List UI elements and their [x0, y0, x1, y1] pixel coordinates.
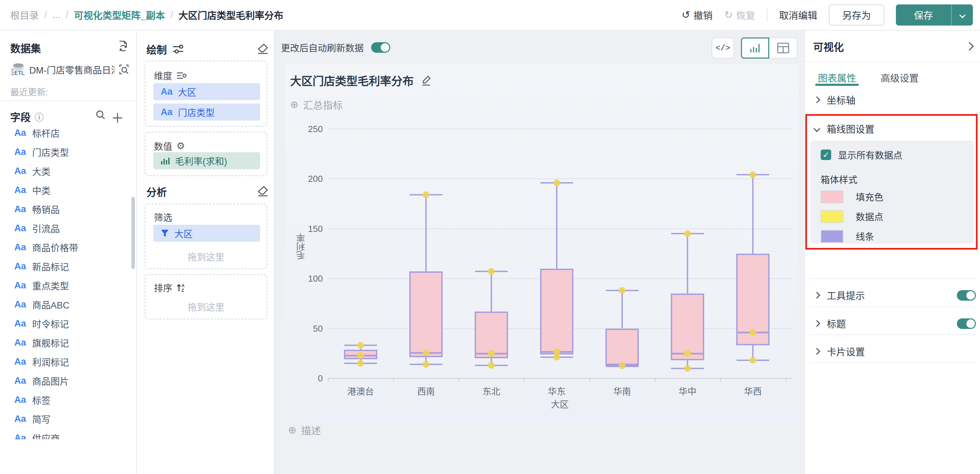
field-item[interactable]: Aa商品价格带 [14, 240, 78, 254]
clear-draw-eraser-icon[interactable] [257, 43, 269, 54]
scrollbar-thumb[interactable] [131, 197, 135, 269]
data-point [684, 230, 691, 237]
chart-view-button[interactable] [741, 37, 769, 59]
field-item[interactable]: Aa商品ABC [14, 297, 70, 311]
redo-button[interactable]: ↻ 恢复 [724, 8, 755, 22]
field-item[interactable]: Aa标杆店 [14, 126, 60, 140]
tab-advanced-settings[interactable]: 高级设置 [878, 71, 921, 84]
dataset-item[interactable]: ETL DM-门店零售商品日汇... [10, 62, 129, 77]
breadcrumb-separator: / [170, 10, 173, 21]
x-category-label: 港澳台 [328, 385, 393, 397]
field-item[interactable]: Aa标签 [14, 393, 51, 407]
breadcrumb-parent-link[interactable]: 可视化类型矩阵_副本 [74, 8, 165, 22]
section-axis[interactable]: 坐标轴 [805, 89, 980, 110]
x-tick [459, 378, 459, 382]
switch-dataset-icon[interactable] [117, 40, 129, 52]
sort-dropzone[interactable]: 排序 AZ 拖到这里 [145, 274, 267, 320]
chart-title: 大区门店类型毛利率分布 [290, 72, 414, 89]
field-item[interactable]: Aa中类 [14, 183, 51, 197]
chart-canvas: 更改后自动刷新数据 </> 大区门店类型毛利率分布 ⊕ 汇总指标 0501001… [274, 31, 804, 474]
field-item[interactable]: Aa新品标记 [14, 259, 69, 273]
data-point [553, 354, 560, 361]
field-item[interactable]: Aa供应商 [14, 431, 60, 439]
field-item[interactable]: Aa商品图片 [14, 374, 69, 388]
text-field-icon: Aa [14, 166, 26, 177]
code-view-button[interactable]: </> [712, 37, 734, 59]
circle-plus-icon: ⊕ [288, 424, 296, 436]
undo-button[interactable]: ↺ 撤销 [682, 8, 713, 22]
data-point [619, 362, 625, 369]
dataset-preview-icon[interactable] [118, 64, 129, 75]
upper-whisker [752, 175, 754, 253]
box[interactable] [409, 271, 443, 357]
y-tick-label: 150 [296, 224, 323, 234]
cancel-edit-button[interactable]: 取消编辑 [779, 8, 817, 22]
field-item[interactable]: Aa时令标记 [14, 317, 69, 330]
chevron-right-icon [813, 348, 820, 355]
tooltip-toggle[interactable] [957, 290, 976, 301]
divider [810, 334, 976, 335]
clear-analysis-eraser-icon[interactable] [257, 185, 269, 197]
section-card-settings[interactable]: 卡片设置 [805, 341, 980, 362]
dimension-pill[interactable]: Aa大区 [153, 83, 260, 100]
gear-icon[interactable]: ⚙ [177, 140, 185, 151]
x-tick [720, 378, 721, 382]
breadcrumb-ellipsis[interactable]: ... [52, 10, 60, 21]
analysis-title: 分析 [146, 187, 167, 198]
toggle-knob [381, 43, 389, 52]
svg-text:A: A [181, 283, 185, 288]
save-dropdown-button[interactable] [951, 5, 973, 25]
value-pill[interactable]: 毛利率(求和) [153, 152, 260, 169]
auto-refresh-label: 更改后自动刷新数据 [281, 41, 364, 54]
drop-hint: 拖到这里 [145, 250, 267, 263]
x-tick [524, 378, 525, 382]
field-item[interactable]: Aa门店类型 [14, 145, 69, 159]
dataset-panel-title: 数据集 [10, 40, 41, 55]
box[interactable] [540, 269, 573, 355]
data-point [488, 362, 495, 369]
field-item[interactable]: Aa简写 [14, 412, 51, 426]
tab-chart-properties[interactable]: 图表属性 [815, 71, 859, 84]
auto-refresh-toggle[interactable] [371, 42, 390, 53]
toggle-knob [966, 320, 975, 328]
field-item[interactable]: Aa引流品 [14, 221, 60, 235]
dimension-dropzone[interactable]: 维度 Aa大区Aa门店类型 [145, 60, 267, 127]
data-point [488, 268, 495, 275]
divider [810, 307, 976, 307]
funnel-filter-icon [161, 229, 169, 237]
save-button[interactable]: 保存 [896, 5, 951, 25]
collapse-panel-chevron-icon[interactable] [965, 42, 974, 50]
title-toggle[interactable] [957, 318, 976, 329]
filter-dropzone[interactable]: 筛选 大区 拖到这里 [145, 204, 267, 269]
edit-pencil-icon[interactable] [421, 75, 431, 86]
field-item[interactable]: Aa畅销品 [14, 202, 60, 216]
field-item[interactable]: Aa重点类型 [14, 278, 69, 292]
section-tooltip[interactable]: 工具提示 [805, 285, 980, 306]
topbar-actions: ↺ 撤销 ↻ 恢复 取消编辑 另存为 保存 [682, 0, 973, 30]
field-item[interactable]: Aa大类 [14, 164, 51, 178]
breadcrumb-root[interactable]: 根目录 [10, 8, 39, 22]
value-dropzone[interactable]: 数值 ⚙ 毛利率(求和) [145, 132, 267, 176]
toggle-knob [966, 291, 975, 300]
section-title[interactable]: 标题 [805, 313, 980, 334]
circle-plus-icon: ⊕ [290, 99, 298, 110]
box[interactable] [605, 329, 639, 366]
field-item[interactable]: Aa旗舰标记 [14, 336, 69, 349]
field-item[interactable]: Aa利润标记 [14, 355, 69, 369]
dimension-pill[interactable]: Aa门店类型 [153, 103, 260, 121]
text-field-icon: Aa [14, 337, 26, 348]
y-tick-label: 200 [296, 174, 323, 184]
visualization-header: 可视化 [813, 39, 972, 54]
chart-card: 大区门店类型毛利率分布 ⊕ 汇总指标 050100150200250港澳台西南东… [285, 65, 799, 423]
text-field-icon: Aa [14, 318, 26, 329]
table-view-button[interactable] [769, 37, 797, 59]
save-as-button[interactable]: 另存为 [829, 5, 884, 25]
text-field-icon: Aa [14, 223, 26, 234]
add-summary-metric[interactable]: ⊕ 汇总指标 [290, 97, 342, 112]
data-point [749, 171, 756, 178]
add-description[interactable]: ⊕ 描述 [288, 423, 321, 437]
text-field-icon: Aa [14, 394, 26, 405]
draw-header: 绘制 [146, 41, 184, 57]
x-tick [393, 378, 394, 382]
filter-pill[interactable]: 大区 [153, 225, 260, 242]
